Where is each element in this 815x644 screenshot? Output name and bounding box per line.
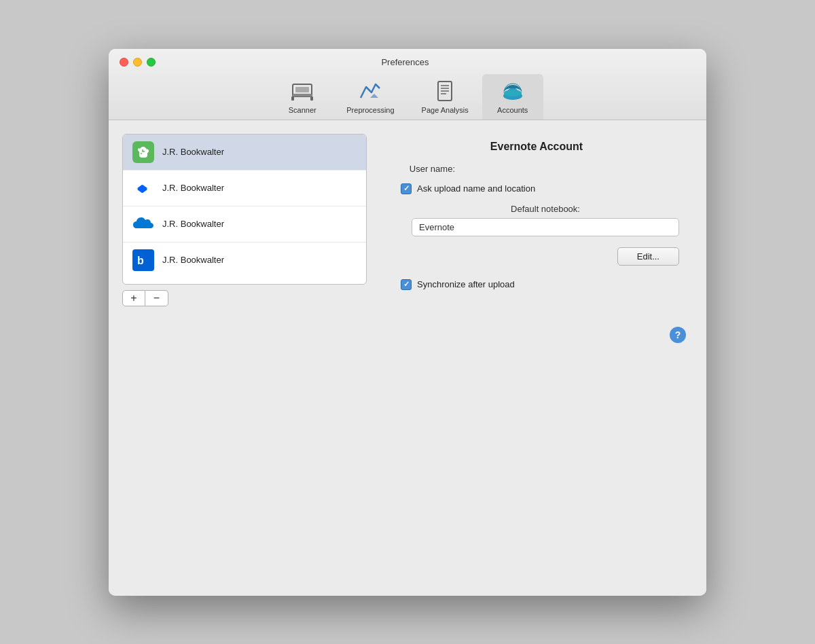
tab-accounts[interactable]: Accounts [482,74,543,120]
evernote-icon [132,141,154,163]
titlebar: Preferences Scanner [109,49,706,120]
onedrive-icon [132,213,154,235]
account-item-onedrive[interactable]: J.R. Bookwalter [123,207,366,243]
content-area: J.R. Bookwalter J.R. Bookwalter [109,120,706,596]
edit-button-row: Edit... [394,247,679,266]
dropbox-icon [132,177,154,199]
account-item-evernote[interactable]: J.R. Bookwalter [123,135,366,171]
username-label: User name: [394,164,455,174]
remove-account-button[interactable]: − [145,290,168,306]
sync-row: ✓ Synchronize after upload [401,279,679,290]
accounts-icon [500,78,526,104]
tab-page-analysis[interactable]: Page Analysis [408,74,482,120]
svg-rect-3 [291,96,294,101]
window-title: Preferences [156,57,655,67]
close-button[interactable] [120,58,128,67]
svg-rect-4 [310,96,313,101]
edit-button[interactable]: Edit... [617,247,679,266]
account-list: J.R. Bookwalter J.R. Bookwalter [122,134,367,285]
account-item-box[interactable]: b J.R. Bookwalter [123,243,366,278]
notebook-input[interactable] [412,218,679,236]
sidebar: J.R. Bookwalter J.R. Bookwalter [122,134,367,306]
sync-checkmark-icon: ✓ [403,280,410,289]
tab-preprocessing-label: Preprocessing [346,106,394,114]
help-button[interactable]: ? [670,327,686,343]
page-analysis-icon [432,78,458,104]
account-name-dropbox: J.R. Bookwalter [162,183,224,193]
maximize-button[interactable] [147,58,156,67]
tab-accounts-label: Accounts [497,106,528,114]
toolbar: Scanner Preprocessing [258,74,556,120]
tab-scanner-label: Scanner [289,106,316,114]
tab-scanner[interactable]: Scanner [272,74,333,120]
list-buttons: + − [122,290,367,306]
detail-panel: Evernote Account User name: ✓ Ask upload… [380,134,693,306]
account-name-evernote: J.R. Bookwalter [162,147,224,157]
account-item-dropbox[interactable]: J.R. Bookwalter [123,171,366,207]
bottom-bar: ? [122,306,693,346]
add-account-button[interactable]: + [122,290,145,306]
box-icon: b [132,249,154,271]
ask-upload-row: ✓ Ask upload name and location [401,183,679,194]
minimize-button[interactable] [133,58,142,67]
ask-upload-checkbox[interactable]: ✓ [401,183,412,194]
svg-text:b: b [137,255,144,266]
traffic-lights [120,58,156,67]
sync-label: Synchronize after upload [417,279,515,289]
username-row: User name: [394,164,679,174]
tab-preprocessing[interactable]: Preprocessing [333,74,408,120]
svg-point-13 [141,153,142,154]
account-name-onedrive: J.R. Bookwalter [162,219,224,229]
preprocessing-icon [357,78,383,104]
preferences-window: Preferences Scanner [109,49,706,596]
scanner-icon [289,78,315,104]
svg-marker-5 [370,94,378,98]
tab-page-analysis-label: Page Analysis [422,106,469,114]
notebook-label: Default notebook: [412,204,679,214]
svg-point-12 [504,90,522,96]
sync-checkbox[interactable]: ✓ [401,279,412,290]
svg-rect-1 [293,94,312,96]
detail-title: Evernote Account [394,141,679,153]
notebook-section: Default notebook: [412,204,679,236]
account-name-box: J.R. Bookwalter [162,255,224,265]
checkmark-icon: ✓ [403,184,410,193]
svg-rect-2 [295,87,309,92]
ask-upload-label: Ask upload name and location [417,183,535,194]
